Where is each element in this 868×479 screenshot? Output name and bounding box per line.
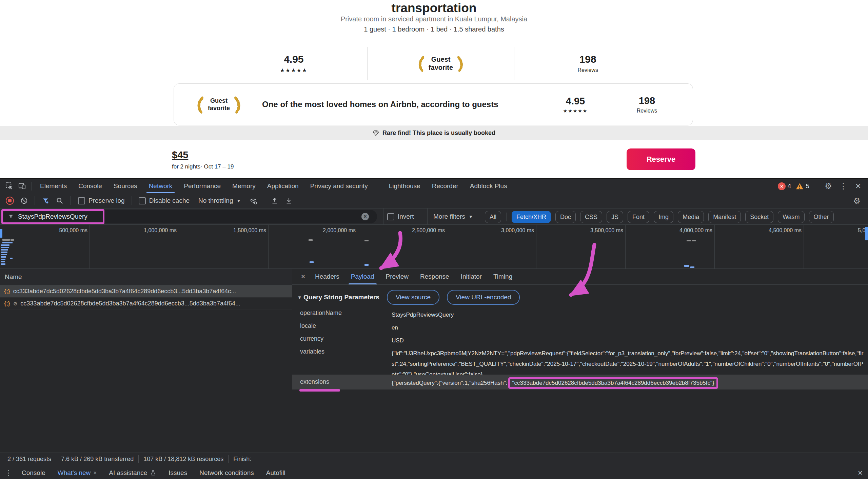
drawer-tab-network-conditions[interactable]: Network conditions <box>193 465 260 479</box>
record-network-log-icon[interactable] <box>3 195 16 207</box>
export-har-icon[interactable] <box>282 195 295 207</box>
tab-elements[interactable]: Elements <box>34 179 73 193</box>
tab-lighthouse[interactable]: Lighthouse <box>383 179 426 193</box>
tab-privacy-security[interactable]: Privacy and security <box>304 179 374 193</box>
laurel-right-icon <box>233 95 243 114</box>
tab-network[interactable]: Network <box>143 179 178 193</box>
request-row[interactable]: {;} ⚙ cc333abde7dc5d02628cfbde5dd3ba3b7a… <box>0 298 292 310</box>
drawer-tab-ai-assistance[interactable]: AI assistance <box>103 465 162 479</box>
guest-favorite-banner: Guestfavorite One of the most loved home… <box>174 83 693 125</box>
disable-cache-toggle[interactable]: Disable cache <box>139 197 190 204</box>
overview-scroll-indicator[interactable] <box>865 227 868 240</box>
chip-media[interactable]: Media <box>678 211 704 223</box>
network-overview-timeline[interactable]: 500,000 ms 1,000,000 ms 1,500,000 ms 2,0… <box>0 225 868 269</box>
price-link[interactable]: $45 <box>172 149 188 161</box>
tab-memory[interactable]: Memory <box>226 179 261 193</box>
device-toolbar-icon[interactable] <box>16 180 28 192</box>
tab-adblock-plus[interactable]: Adblock Plus <box>464 179 513 193</box>
more-options-icon[interactable]: ⋮ <box>837 180 850 192</box>
close-tab-icon[interactable]: × <box>93 470 97 476</box>
overview-bar <box>11 239 14 241</box>
page-title: transportation <box>0 0 868 16</box>
request-name: cc333abde7dc5d02628cfbde5dd3ba3b7a4f64c2… <box>13 288 236 295</box>
settings-gear-icon[interactable]: ⚙ <box>822 180 835 192</box>
request-type-chips: All Fetch/XHR Doc CSS JS Font Img Media … <box>485 211 834 223</box>
tab-console[interactable]: Console <box>73 179 108 193</box>
view-url-encoded-button[interactable]: View URL-encoded <box>447 290 520 305</box>
tab-preview[interactable]: Preview <box>380 269 415 284</box>
inspect-element-icon[interactable] <box>3 180 16 192</box>
drawer-tab-whats-new[interactable]: What's new × <box>52 465 103 479</box>
warning-count[interactable]: 5 <box>806 182 809 190</box>
tab-headers[interactable]: Headers <box>309 269 345 284</box>
error-icon[interactable]: × <box>778 182 786 190</box>
error-count[interactable]: 4 <box>788 182 791 190</box>
filter-input[interactable] <box>17 213 310 221</box>
preserve-log-checkbox[interactable] <box>78 197 85 204</box>
reserve-button[interactable]: Reserve <box>627 148 695 170</box>
drawer-tab-autofill[interactable]: Autofill <box>260 465 292 479</box>
chip-css[interactable]: CSS <box>580 211 602 223</box>
gridline <box>358 225 358 268</box>
status-resources: 107 kB / 18,812 kB resources <box>143 456 223 463</box>
tab-response[interactable]: Response <box>414 269 455 284</box>
more-filters-dropdown[interactable]: More filters▼ <box>433 208 473 225</box>
request-list-header[interactable]: Name <box>0 269 292 285</box>
chip-manifest[interactable]: Manifest <box>708 211 741 223</box>
drawer-more-icon[interactable]: ⋮ <box>5 468 12 477</box>
divider <box>70 196 71 205</box>
disable-cache-checkbox[interactable] <box>139 197 146 204</box>
tab-performance[interactable]: Performance <box>178 179 226 193</box>
network-conditions-icon[interactable] <box>247 195 260 207</box>
reviews-count: 198 <box>579 54 596 65</box>
divider <box>383 208 383 225</box>
tab-timing[interactable]: Timing <box>488 269 518 284</box>
warning-icon[interactable] <box>796 182 804 190</box>
drawer-tab-console[interactable]: Console <box>16 465 52 479</box>
tab-application[interactable]: Application <box>261 179 304 193</box>
chip-fetch-xhr[interactable]: Fetch/XHR <box>512 211 551 223</box>
network-settings-gear-icon[interactable]: ⚙ <box>850 195 863 207</box>
request-row[interactable]: {;} cc333abde7dc5d02628cfbde5dd3ba3b7a4f… <box>0 285 292 298</box>
search-icon[interactable] <box>53 195 66 207</box>
chip-all[interactable]: All <box>485 211 501 223</box>
drawer-tab-issues[interactable]: Issues <box>162 465 193 479</box>
reviews-stat[interactable]: 198 Reviews <box>514 47 661 80</box>
chip-js[interactable]: JS <box>607 211 623 223</box>
active-tab-underline <box>146 192 175 193</box>
clear-network-log-icon[interactable] <box>18 195 31 207</box>
import-har-icon[interactable] <box>268 195 281 207</box>
view-source-button[interactable]: View source <box>387 290 439 305</box>
tab-initiator[interactable]: Initiator <box>455 269 488 284</box>
timeline-tick: 4,500,000 ms <box>756 227 802 234</box>
close-drawer-icon[interactable]: × <box>858 465 863 479</box>
filter-icon[interactable] <box>39 195 52 207</box>
filter-input-container[interactable] <box>2 210 377 223</box>
banner-reviews[interactable]: 198 Reviews <box>622 95 672 114</box>
chip-doc[interactable]: Doc <box>555 211 576 223</box>
status-requests: 2 / 361 requests <box>7 456 51 463</box>
overview-handle[interactable] <box>0 229 2 238</box>
close-devtools-icon[interactable]: × <box>852 180 865 192</box>
extensions-param-row[interactable]: extensions {"persistedQuery":{"version":… <box>292 375 868 390</box>
preserve-log-toggle[interactable]: Preserve log <box>78 197 125 204</box>
tab-recorder[interactable]: Recorder <box>426 179 464 193</box>
clear-filter-icon[interactable]: × <box>361 213 369 220</box>
chip-font[interactable]: Font <box>628 211 649 223</box>
timeline-tick: 3,500,000 ms <box>578 227 623 234</box>
chip-img[interactable]: Img <box>654 211 673 223</box>
chip-other[interactable]: Other <box>809 211 834 223</box>
throttling-dropdown[interactable]: No throttling▼ <box>198 197 241 204</box>
invert-toggle[interactable]: Invert <box>387 208 414 225</box>
details-tabbar: × Headers Payload Preview Response Initi… <box>292 269 868 285</box>
param-value: USD <box>392 335 864 346</box>
tab-payload[interactable]: Payload <box>345 269 380 284</box>
param-key: currency <box>300 335 323 342</box>
chip-socket[interactable]: Socket <box>745 211 773 223</box>
chip-wasm[interactable]: Wasm <box>778 211 804 223</box>
query-string-parameters-header[interactable]: ▾Query String Parameters <box>298 294 379 301</box>
invert-checkbox[interactable] <box>387 213 394 220</box>
tab-sources[interactable]: Sources <box>108 179 143 193</box>
close-details-icon[interactable]: × <box>297 271 309 283</box>
param-key: variables <box>300 348 324 355</box>
